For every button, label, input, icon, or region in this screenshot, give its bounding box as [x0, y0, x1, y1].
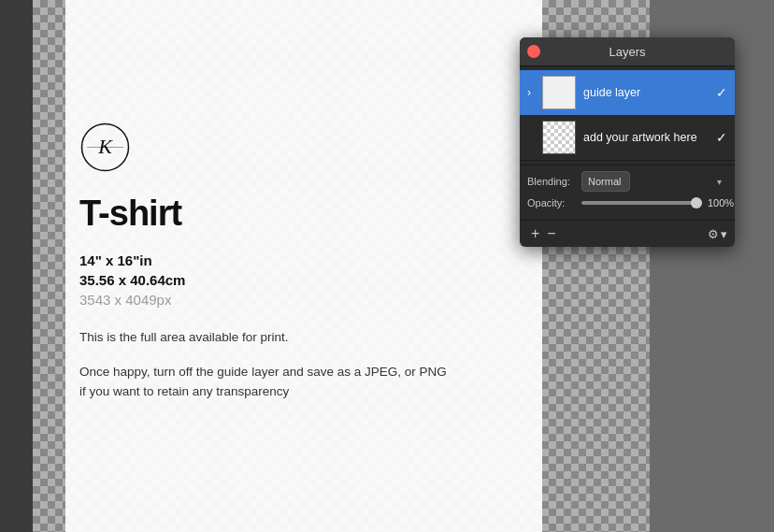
add-layer-button[interactable]: + [527, 225, 543, 242]
left-sidebar [0, 0, 33, 532]
opacity-value: 100% [708, 197, 734, 208]
description-2: Once happy, turn off the guide layer and… [79, 362, 453, 402]
layer-visibility-check[interactable]: ✓ [716, 130, 727, 145]
blending-row: Blending: Normal Multiply Screen Overlay… [527, 171, 727, 192]
description-1: This is the full area available for prin… [79, 328, 453, 347]
document-content: K T-shirt 14" x 16"in 35.56 x 40.64cm 35… [79, 122, 453, 402]
layer-name: guide layer [583, 86, 712, 99]
blending-label: Blending: [527, 176, 581, 187]
dims-inches: 14" x 16"in [79, 251, 453, 272]
blending-select-wrapper: Normal Multiply Screen Overlay Darken Li… [581, 171, 727, 192]
layer-name: add your artwork here [583, 131, 712, 144]
layers-bottom-bar: + − ⚙ ▾ [520, 220, 735, 247]
logo-icon: K [79, 122, 131, 173]
panel-title: Layers [609, 45, 645, 59]
layer-item[interactable]: › guide layer ✓ [520, 70, 735, 115]
opacity-row: Opacity: 100% [527, 197, 727, 208]
layers-panel: Layers › guide layer ✓ add your artwork … [520, 37, 735, 247]
svg-text:K: K [97, 135, 113, 158]
remove-layer-button[interactable]: − [543, 225, 559, 242]
gear-icon: ⚙ [708, 227, 719, 241]
layer-visibility-check[interactable]: ✓ [716, 85, 727, 100]
opacity-slider[interactable] [581, 201, 702, 205]
blending-select[interactable]: Normal Multiply Screen Overlay Darken Li… [581, 171, 630, 192]
gear-button[interactable]: ⚙ ▾ [708, 227, 727, 241]
layer-item[interactable]: add your artwork here ✓ [520, 115, 735, 161]
layer-thumbnail [542, 121, 576, 154]
layer-thumbnail [542, 76, 576, 109]
layers-controls: Blending: Normal Multiply Screen Overlay… [520, 165, 735, 220]
doc-title: T-shirt [79, 194, 453, 234]
layers-list: › guide layer ✓ add your artwork here ✓ [520, 66, 735, 165]
dims-px: 3543 x 4049px [79, 292, 453, 308]
gear-chevron-icon: ▾ [721, 227, 727, 241]
layers-header: Layers [520, 37, 735, 66]
close-button[interactable] [527, 45, 540, 58]
layer-arrow-icon: › [527, 86, 538, 99]
opacity-label: Opacity: [527, 197, 581, 208]
dims-cm: 35.56 x 40.64cm [79, 272, 453, 288]
